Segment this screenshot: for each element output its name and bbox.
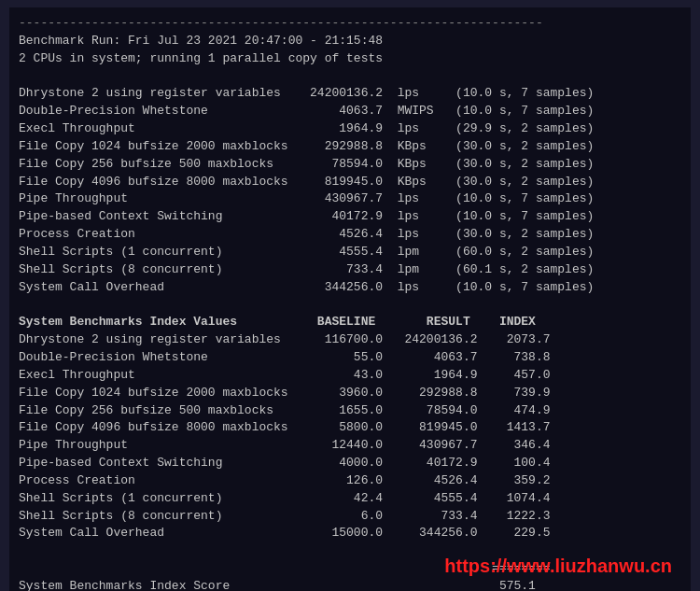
benchmark-row: Pipe-based Context Switching 40172.9 lps…	[19, 208, 681, 226]
benchmark-row: Pipe Throughput 430967.7 lps (10.0 s, 7 …	[19, 190, 681, 208]
benchmark-row: Shell Scripts (1 concurrent) 4555.4 lpm …	[19, 244, 681, 261]
benchmark-row: System Call Overhead 344256.0 lps (10.0 …	[19, 279, 681, 297]
index-row: File Copy 4096 bufsize 8000 maxblocks 58…	[19, 419, 681, 437]
benchmark-row: Process Creation 4526.4 lps (30.0 s, 2 s…	[19, 226, 681, 244]
index-header: System Benchmarks Index Values BASELINE …	[19, 314, 681, 331]
watermark: https://www.liuzhanwu.cn	[444, 556, 672, 577]
benchmark-row: Dhrystone 2 using register variables 242…	[19, 85, 681, 103]
blank2	[19, 297, 681, 315]
index-row: Dhrystone 2 using register variables 116…	[19, 331, 681, 349]
index-rows: Dhrystone 2 using register variables 116…	[19, 331, 681, 542]
blank1	[19, 68, 681, 86]
index-row: File Copy 256 bufsize 500 maxblocks 1655…	[19, 402, 681, 420]
index-row: Double-Precision Whetstone 55.0 4063.7 7…	[19, 349, 681, 367]
benchmark-row: Shell Scripts (8 concurrent) 733.4 lpm (…	[19, 261, 681, 279]
index-row: Pipe-based Context Switching 4000.0 4017…	[19, 455, 681, 472]
index-row: Shell Scripts (8 concurrent) 6.0 733.4 1…	[19, 508, 681, 526]
index-row: Shell Scripts (1 concurrent) 42.4 4555.4…	[19, 490, 681, 508]
index-row: File Copy 1024 bufsize 2000 maxblocks 39…	[19, 385, 681, 402]
benchmark-results: Dhrystone 2 using register variables 242…	[19, 85, 681, 296]
benchmark-row: Double-Precision Whetstone 4063.7 MWIPS …	[19, 103, 681, 120]
benchmark-row: Execl Throughput 1964.9 lps (29.9 s, 2 s…	[19, 120, 681, 138]
index-row: Process Creation 126.0 4526.4 359.2	[19, 472, 681, 490]
index-row: Pipe Throughput 12440.0 430967.7 346.4	[19, 437, 681, 455]
header-line1: Benchmark Run: Fri Jul 23 2021 20:47:00 …	[19, 33, 681, 50]
header-line2: 2 CPUs in system; running 1 parallel cop…	[19, 50, 681, 68]
terminal: ----------------------------------------…	[9, 7, 691, 591]
index-row: Execl Throughput 43.0 1964.9 457.0	[19, 367, 681, 385]
benchmark-row: File Copy 4096 bufsize 8000 maxblocks 81…	[19, 174, 681, 191]
benchmark-row: File Copy 1024 bufsize 2000 maxblocks 29…	[19, 138, 681, 156]
benchmark-row: File Copy 256 bufsize 500 maxblocks 7859…	[19, 156, 681, 174]
score-line: System Benchmarks Index Score 575.1	[19, 578, 681, 591]
index-row: System Call Overhead 15000.0 344256.0 22…	[19, 525, 681, 542]
separator-line: ----------------------------------------…	[19, 15, 681, 33]
